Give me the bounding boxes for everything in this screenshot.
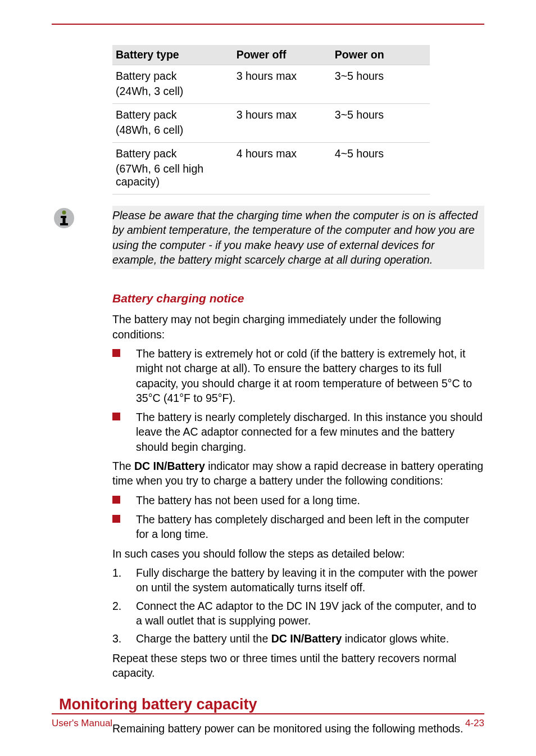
info-icon: [52, 206, 76, 230]
cell-text: 3 hours max: [233, 104, 331, 143]
step-item: Charge the battery until the DC IN/Batte…: [112, 631, 484, 646]
cell-text: Battery pack: [116, 147, 176, 160]
charging-note: Please be aware that the charging time w…: [112, 206, 484, 269]
paragraph: The battery may not begin charging immed…: [112, 312, 484, 342]
table-row: Battery pack(24Wh, 3 cell) 3 hours max 3…: [112, 65, 430, 104]
list-item: The battery has not been used for a long…: [112, 493, 484, 508]
paragraph: The DC IN/Battery indicator may show a r…: [112, 459, 484, 488]
col-header-power-off: Power off: [233, 45, 331, 65]
svg-rect-4: [60, 223, 68, 225]
cell-text: 4~5 hours: [331, 143, 430, 194]
battery-charge-table: Battery type Power off Power on Battery …: [112, 45, 430, 194]
table-row: Battery pack(48Wh, 6 cell) 3 hours max 3…: [112, 104, 430, 143]
col-header-power-on: Power on: [331, 45, 430, 65]
cell-text: (67Wh, 6 cell high capacity): [116, 162, 230, 188]
col-header-battery-type: Battery type: [112, 45, 233, 65]
table-row: Battery pack(67Wh, 6 cell high capacity)…: [112, 143, 430, 194]
cell-text: 3~5 hours: [331, 104, 430, 143]
heading-monitoring-capacity: Monitoring battery capacity: [59, 696, 484, 713]
cell-text: 3 hours max: [233, 65, 331, 104]
footer-page-number: 4-23: [465, 718, 484, 729]
step-item: Connect the AC adaptor to the DC IN 19V …: [112, 599, 484, 628]
cell-text: (24Wh, 3 cell): [116, 85, 230, 98]
svg-rect-3: [63, 216, 66, 224]
cell-text: 4 hours max: [233, 143, 331, 194]
footer-left: User's Manual: [52, 718, 112, 729]
paragraph: Repeat these steps two or three times un…: [112, 651, 484, 681]
paragraph: In such cases you should follow the step…: [112, 546, 484, 561]
cell-text: 3~5 hours: [331, 65, 430, 104]
list-item: The battery is extremely hot or cold (if…: [112, 346, 484, 405]
cell-text: (48Wh, 6 cell): [116, 124, 230, 137]
subheading-charging-notice: Battery charging notice: [112, 292, 484, 305]
cell-text: Battery pack: [116, 108, 176, 121]
svg-point-1: [62, 211, 66, 215]
cell-text: Battery pack: [116, 70, 176, 82]
list-item: The battery is nearly completely dischar…: [112, 410, 484, 454]
list-item: The battery has completely discharged an…: [112, 512, 484, 542]
step-item: Fully discharge the battery by leaving i…: [112, 565, 484, 595]
table-header-row: Battery type Power off Power on: [112, 45, 430, 65]
